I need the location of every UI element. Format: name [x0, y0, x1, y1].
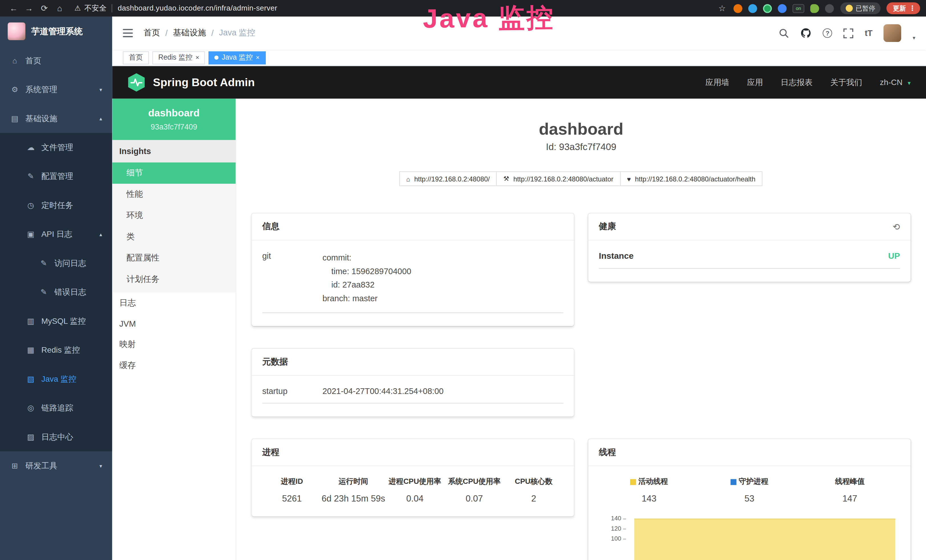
- health-card-body: Instance UP: [589, 241, 911, 282]
- history-icon[interactable]: ⟲: [893, 221, 900, 232]
- nav-journal[interactable]: 日志报表: [781, 77, 813, 88]
- sba-body: dashboard 93a3fc7f7409 Insights 细节 性能 环境…: [112, 99, 926, 560]
- sidebar-item-home[interactable]: ⌂ 首页: [0, 46, 112, 75]
- chevron-up-icon: ▴: [100, 232, 102, 238]
- tag-tabbar: 首页 Redis 监控 × Java 监控 ×: [112, 50, 926, 66]
- help-icon[interactable]: ?: [823, 28, 832, 38]
- stat-cpu-cores: CPU核心数 2: [504, 477, 563, 504]
- tab-java-monitor[interactable]: Java 监控 ×: [209, 51, 265, 64]
- sidebar-item-redis-monitor[interactable]: ▦ Redis 监控: [0, 336, 112, 364]
- instance-name: dashboard: [148, 107, 200, 119]
- sidebar-item-access-logs[interactable]: ✎ 访问日志: [0, 249, 112, 278]
- link-actuator[interactable]: ⚒ http://192.168.0.2:48080/actuator: [496, 171, 620, 186]
- access-log-icon: ✎: [39, 259, 48, 268]
- app-logo[interactable]: 芋道管理系统: [0, 17, 112, 46]
- sidebar-item-java-monitor[interactable]: ▧ Java 监控: [0, 365, 112, 394]
- sidebar-item-file-mgmt[interactable]: ☁ 文件管理: [0, 133, 112, 162]
- browser-home-icon[interactable]: ⌂: [52, 3, 67, 13]
- y-axis-tick: 120: [599, 525, 626, 532]
- link-health[interactable]: ♥ http://192.168.0.2:48080/actuator/heal…: [620, 171, 763, 186]
- extension-icon-puzzle[interactable]: [825, 4, 834, 12]
- sidebar-item-dev-tools[interactable]: ⊞ 研发工具 ▾: [0, 451, 112, 480]
- bookmark-star-icon[interactable]: ☆: [719, 3, 726, 13]
- close-icon[interactable]: ×: [195, 54, 199, 61]
- chevron-down-icon: ▾: [908, 80, 911, 86]
- menu-metrics[interactable]: 性能: [112, 184, 236, 205]
- fullscreen-icon[interactable]: [844, 28, 853, 38]
- update-button[interactable]: 更新 ⋮: [887, 2, 920, 14]
- omnibox-divider: [112, 4, 112, 12]
- threads-legend: 活动线程 143 守护进程: [599, 477, 900, 504]
- tab-home[interactable]: 首页: [123, 51, 149, 64]
- menu-classes[interactable]: 类: [112, 226, 236, 248]
- threads-card: 线程 活动线程 143: [589, 439, 911, 560]
- github-icon[interactable]: [800, 28, 811, 38]
- user-avatar[interactable]: [884, 24, 902, 42]
- extension-icon-leaf[interactable]: [810, 4, 819, 12]
- link-root[interactable]: ⌂ http://192.168.0.2:48080/: [399, 171, 497, 186]
- sba-logo-icon: [127, 73, 145, 92]
- search-icon[interactable]: [779, 28, 789, 38]
- extension-icon-drop[interactable]: [748, 4, 757, 12]
- paused-label: 已暂停: [856, 4, 875, 12]
- security-chip[interactable]: ⚠ 不安全: [74, 3, 106, 13]
- dev-tools-icon: ⊞: [10, 461, 20, 470]
- tab-redis-monitor[interactable]: Redis 监控 ×: [152, 51, 205, 64]
- chevron-down-icon: ▾: [100, 86, 102, 92]
- info-card: 信息 git commit: time: 1596289704000 id: 2…: [251, 213, 574, 326]
- sidebar-item-system-mgmt[interactable]: ⚙ 系统管理 ▾: [0, 75, 112, 104]
- font-size-icon[interactable]: tT: [865, 28, 872, 38]
- menu-jvm[interactable]: JVM: [112, 314, 236, 334]
- menu-config-props[interactable]: 配置属性: [112, 248, 236, 269]
- forward-icon[interactable]: →: [21, 3, 37, 13]
- sidebar-item-mysql-monitor[interactable]: ▥ MySQL 监控: [0, 307, 112, 336]
- sidebar-item-config-mgmt[interactable]: ✎ 配置管理: [0, 162, 112, 191]
- log-center-icon: ▨: [26, 433, 35, 441]
- trace-icon: ◎: [26, 403, 35, 412]
- health-card-title: 健康: [599, 221, 616, 232]
- metadata-card-body: startup 2021-04-27T00:44:31.254+08:00: [251, 376, 574, 417]
- metadata-card-title: 元数据: [251, 349, 574, 376]
- nav-applications[interactable]: 应用: [747, 77, 763, 88]
- extension-icon-grid[interactable]: [778, 4, 787, 12]
- breadcrumb-home[interactable]: 首页: [144, 28, 160, 38]
- menu-logfile[interactable]: 日志: [112, 292, 236, 314]
- threads-chart: 140 120 100: [599, 518, 900, 560]
- avatar-caret-icon[interactable]: ▾: [912, 35, 915, 41]
- sidebar-item-scheduled-tasks[interactable]: ◷ 定时任务: [0, 191, 112, 219]
- cards-grid: 信息 git commit: time: 1596289704000 id: 2…: [251, 213, 911, 560]
- sba-brand[interactable]: Spring Boot Admin: [127, 73, 255, 92]
- extension-icon-on-badge[interactable]: on: [793, 4, 804, 12]
- menu-mappings[interactable]: 映射: [112, 334, 236, 355]
- sidebar-item-api-logs[interactable]: ▣ API 日志 ▴: [0, 219, 112, 248]
- locale-select[interactable]: zh-CN ▾: [880, 78, 911, 87]
- breadcrumb-infrastructure[interactable]: 基础设施: [173, 28, 206, 38]
- redis-icon: ▦: [26, 345, 35, 354]
- breadcrumb-current: Java 监控: [219, 28, 255, 38]
- nav-about[interactable]: 关于我们: [830, 77, 862, 88]
- extension-icon-orange[interactable]: [734, 4, 742, 12]
- extension-icon-green[interactable]: [763, 4, 772, 12]
- paused-pill[interactable]: 已暂停: [840, 2, 881, 14]
- legend-peak-threads: 线程峰值 147: [800, 477, 900, 504]
- back-icon[interactable]: ←: [6, 3, 21, 13]
- menu-details[interactable]: 细节: [112, 162, 236, 184]
- sidebar-item-error-logs[interactable]: ✎ 错误日志: [0, 278, 112, 306]
- menu-scheduled-tasks[interactable]: 计划任务: [112, 269, 236, 290]
- browser-menu-kebab-icon[interactable]: ⋮: [909, 4, 916, 12]
- sidebar-item-log-center[interactable]: ▨ 日志中心: [0, 422, 112, 451]
- sidebar-item-trace[interactable]: ◎ 链路追踪: [0, 394, 112, 422]
- sidebar-item-infrastructure[interactable]: ▤ 基础设施 ▴: [0, 104, 112, 133]
- info-key: git: [262, 251, 322, 306]
- home-icon: ⌂: [406, 175, 410, 182]
- close-icon[interactable]: ×: [256, 54, 260, 61]
- nav-wallboard[interactable]: 应用墙: [705, 77, 729, 88]
- health-row-instance[interactable]: Instance UP: [599, 251, 900, 269]
- reload-icon[interactable]: ⟳: [36, 3, 52, 13]
- menu-environment[interactable]: 环境: [112, 205, 236, 227]
- url-text[interactable]: dashboard.yudao.iocoder.cn/infra/admin-s…: [118, 4, 277, 12]
- menu-caches[interactable]: 缓存: [112, 355, 236, 377]
- hamburger-icon[interactable]: [123, 29, 133, 37]
- sba-instance-header[interactable]: dashboard 93a3fc7f7409: [112, 99, 236, 140]
- log-icon: ▣: [26, 230, 35, 239]
